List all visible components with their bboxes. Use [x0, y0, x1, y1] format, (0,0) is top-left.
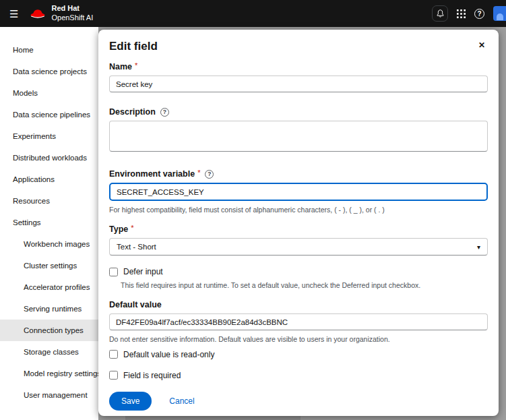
- type-select[interactable]: Text - Short ▾: [109, 238, 488, 256]
- name-field-group: Name *: [109, 62, 488, 92]
- type-label: Type *: [109, 224, 488, 234]
- default-readonly-checkbox-row[interactable]: Default value is read-only: [109, 350, 488, 359]
- default-value-input[interactable]: [109, 313, 488, 330]
- hamburger-menu-icon[interactable]: ☰: [9, 9, 18, 19]
- name-input[interactable]: [109, 76, 488, 92]
- environment-variable-label-text: Environment variable: [109, 169, 195, 179]
- default-value-field-group: Default value Do not enter sensitive inf…: [109, 300, 488, 344]
- redhat-fedora-icon: [29, 7, 46, 20]
- masthead-toolbar: ?: [432, 5, 506, 22]
- required-asterisk: *: [135, 61, 137, 69]
- sidebar-item-model-registry-settings[interactable]: Model registry settings: [0, 363, 98, 384]
- description-help-icon[interactable]: ?: [160, 108, 169, 117]
- brand-primary: Red Hat: [51, 4, 93, 13]
- field-required-checkbox[interactable]: [109, 371, 118, 380]
- defer-input-checkbox[interactable]: [109, 268, 118, 276]
- environment-variable-field-group: Environment variable * ? For highest com…: [109, 169, 488, 214]
- sidebar-item-experiments[interactable]: Experiments: [0, 125, 98, 147]
- chevron-down-icon: ▾: [477, 243, 480, 251]
- sidebar-item-accelerator-profiles[interactable]: Accelerator profiles: [0, 276, 98, 298]
- app-launcher-grid-icon[interactable]: [457, 9, 466, 18]
- sidebar-item-applications[interactable]: Applications: [0, 169, 98, 190]
- defer-input-group: Defer input This field requires input at…: [109, 267, 488, 290]
- notifications-bell-icon[interactable]: [432, 5, 448, 22]
- sidebar-item-home[interactable]: Home: [0, 39, 98, 61]
- sidebar-item-distributed-workloads[interactable]: Distributed workloads: [0, 147, 98, 169]
- masthead: ☰ Red Hat OpenShift AI: [0, 0, 506, 27]
- sidebar-item-serving-runtimes[interactable]: Serving runtimes: [0, 298, 98, 320]
- required-asterisk: *: [131, 224, 133, 232]
- sidebar-item-connection-types[interactable]: Connection types: [0, 320, 98, 341]
- close-icon[interactable]: ✕: [476, 40, 488, 51]
- environment-variable-label: Environment variable * ?: [109, 169, 488, 179]
- required-asterisk: *: [197, 169, 200, 177]
- environment-variable-helper-text: For highest compatibility, field must co…: [109, 205, 488, 214]
- edit-field-modal: Edit field ✕ Name * Description ? Enviro…: [98, 30, 499, 416]
- environment-variable-help-icon[interactable]: ?: [205, 170, 214, 179]
- brand-logo: Red Hat OpenShift AI: [29, 4, 93, 23]
- type-select-value: Text - Short: [117, 243, 156, 251]
- type-field-group: Type * Text - Short ▾: [109, 224, 488, 256]
- cancel-button[interactable]: Cancel: [169, 396, 194, 406]
- modal-actions: Save Cancel: [109, 392, 488, 411]
- sidebar-item-workbench-images[interactable]: Workbench images: [0, 233, 98, 255]
- sidebar-item-data-science-pipelines[interactable]: Data science pipelines: [0, 104, 98, 125]
- defer-input-helper-text: This field requires input at runtime. To…: [121, 280, 488, 290]
- brand-text: Red Hat OpenShift AI: [51, 4, 93, 23]
- help-icon[interactable]: ?: [474, 9, 484, 19]
- sidebar-item-data-science-projects[interactable]: Data science projects: [0, 61, 98, 82]
- type-label-text: Type: [109, 224, 128, 234]
- environment-variable-input[interactable]: [109, 183, 488, 201]
- name-label-text: Name: [109, 62, 132, 71]
- user-avatar[interactable]: [493, 6, 506, 21]
- defer-input-checkbox-row[interactable]: Defer input: [109, 267, 488, 276]
- description-label-text: Description: [109, 107, 156, 117]
- description-label: Description ?: [109, 107, 488, 117]
- defer-input-label: Defer input: [123, 267, 163, 276]
- modal-title: Edit field: [109, 40, 158, 53]
- field-required-checkbox-row[interactable]: Field is required: [109, 371, 488, 380]
- sidebar-item-cluster-settings[interactable]: Cluster settings: [0, 255, 98, 276]
- description-textarea[interactable]: [109, 121, 488, 152]
- field-required-label: Field is required: [123, 371, 181, 380]
- default-value-helper-text: Do not enter sensitive information. Defa…: [109, 334, 488, 344]
- sidebar-item-resources[interactable]: Resources: [0, 190, 98, 212]
- default-readonly-checkbox[interactable]: [109, 350, 118, 359]
- sidebar-item-settings[interactable]: Settings: [0, 212, 98, 233]
- save-button[interactable]: Save: [109, 392, 152, 411]
- sidebar-item-user-management[interactable]: User management: [0, 384, 98, 406]
- description-field-group: Description ?: [109, 107, 488, 154]
- default-readonly-label: Default value is read-only: [123, 350, 214, 359]
- name-label: Name *: [109, 62, 488, 71]
- default-value-label: Default value: [109, 300, 488, 309]
- sidebar-item-models[interactable]: Models: [0, 82, 98, 104]
- sidebar-item-storage-classes[interactable]: Storage classes: [0, 341, 98, 363]
- default-value-label-text: Default value: [109, 300, 162, 309]
- brand-secondary: OpenShift AI: [51, 13, 93, 23]
- avatar-person-icon: [497, 13, 503, 20]
- side-navigation: Home Data science projects Models Data s…: [0, 27, 98, 420]
